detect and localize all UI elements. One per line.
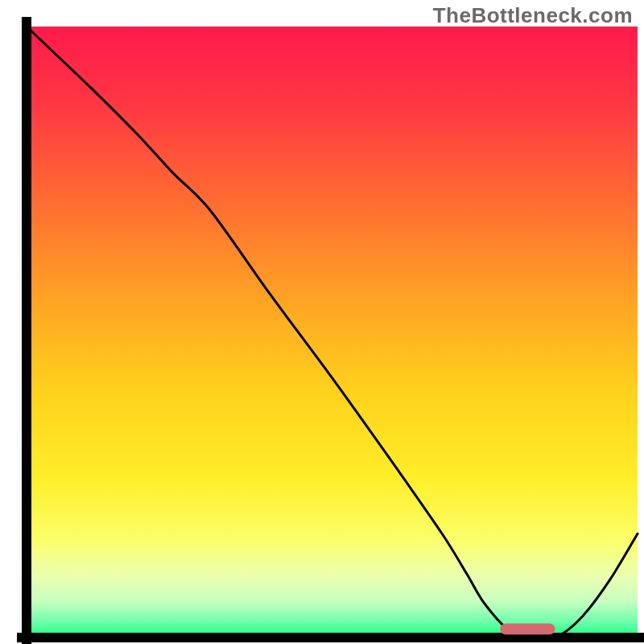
chart-stage: TheBottleneck.com	[0, 0, 644, 644]
plot-background	[27, 27, 638, 638]
ideal-range-marker	[500, 624, 555, 635]
bottleneck-plot	[0, 0, 644, 644]
